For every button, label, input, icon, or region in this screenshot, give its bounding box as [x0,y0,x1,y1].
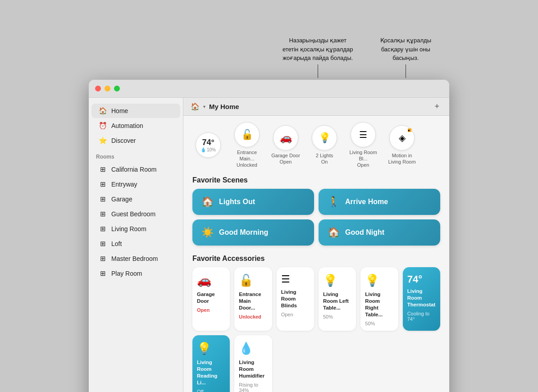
acc-lr-right-table-icon: 💡 [365,273,393,287]
status-temperature[interactable]: 74° 💧 10% [192,132,224,158]
annotation-left-text: Назарыңызды қажет ететін қосалқы құралда… [283,36,353,63]
acc-lr-humidifier-name: Living Room Humidifier [239,359,267,379]
accessories-section-title: Favorite Accessories [183,251,449,265]
motion-icon: ◈ [399,132,406,143]
lights-circle: 💡 [312,125,337,150]
acc-lr-blinds[interactable]: ☰ Living Room Blinds Open [277,267,314,331]
temp-sub: 💧 10% [201,147,216,152]
sidebar-label-discover: Discover [111,137,136,144]
sidebar-label-play-room: Play Room [111,270,142,277]
header-chevron-icon: ▾ [203,104,205,109]
sidebar-label-garage: Garage [111,196,132,203]
acc-lr-humidifier-status: Rising to 34% [239,382,267,392]
sidebar-item-home[interactable]: 🏠 Home [91,104,180,118]
sidebar-item-garage[interactable]: ⊞ Garage [91,192,180,206]
sidebar-item-california-room[interactable]: ⊞ California Room [91,162,180,177]
sidebar-item-loft[interactable]: ⊞ Loft [91,237,180,251]
acc-lr-left-table-status: 50% [323,314,351,319]
acc-entrance-door[interactable]: 🔓 Entrance Main Door... Unlocked [234,267,272,331]
scenes-grid: 🏠 Lights Out 🚶 Arrive Home ☀️ Good Morni… [183,187,449,251]
acc-lr-reading[interactable]: 💡 Living Room Reading Li... Off [192,335,230,392]
acc-lr-reading-icon: 💡 [197,342,225,356]
scene-good-night[interactable]: 🏠 Good Night [319,219,440,246]
temp-value: 74° [202,138,214,147]
accessories-row1: 🚗 Garage Door Open 🔓 Entrance Main Door.… [183,265,449,335]
status-blinds[interactable]: ☰ Living Room Bl... Open [347,122,379,169]
good-night-icon: 🏠 [328,227,340,238]
scene-lights-out[interactable]: 🏠 Lights Out [192,189,314,215]
lights-label: 2 Lights On [316,152,333,165]
home-icon: 🏠 [99,107,107,115]
sidebar: 🏠 Home ⏰ Automation ⭐ Discover Rooms ⊞ C… [89,98,183,392]
sidebar-item-guest-bedroom[interactable]: ⊞ Guest Bedroom [91,207,180,221]
motion-circle: ◈ ● [389,125,415,150]
entrance-label: Entrance Main... Unlocked [231,149,263,169]
sidebar-label-entryway: Entryway [111,181,137,188]
garage-icon: ⊞ [99,195,107,203]
garage-door-circle: 🚗 [273,125,298,150]
acc-garage-door-icon: 🚗 [197,273,225,287]
accessories-row2: 💡 Living Room Reading Li... Off 💧 Living… [183,335,449,392]
header-title: My Home [209,103,239,110]
annotation-left: Назарыңызды қажет ететін қосалқы құралда… [283,36,353,78]
main-content: 🏠 ▾ My Home + 74° 💧 10% [183,98,449,392]
sidebar-item-living-room[interactable]: ⊞ Living Room [91,222,180,236]
sidebar-item-play-room[interactable]: ⊞ Play Room [91,266,180,281]
discover-icon: ⭐ [99,137,107,145]
temp-circle: 74° 💧 10% [196,132,221,158]
status-motion[interactable]: ◈ ● Motion in Living Room [386,125,418,165]
acc-lr-left-table[interactable]: 💡 Living Room Left Table... 50% [319,267,356,331]
acc-lr-blinds-icon: ☰ [281,273,310,285]
acc-lr-thermostat-status: Cooling to 74° [407,311,436,322]
sidebar-label-guest-bedroom: Guest Bedroom [111,210,155,218]
acc-garage-door-name: Garage Door [197,291,225,305]
acc-entrance-door-icon: 🔓 [239,273,267,287]
acc-lr-thermostat[interactable]: 74° Living Room Thermostat Cooling to 74… [403,267,440,331]
titlebar [89,80,449,98]
status-entrance[interactable]: 🔓 Entrance Main... Unlocked [231,122,263,169]
scene-good-morning[interactable]: ☀️ Good Morning [192,219,314,246]
acc-lr-left-table-icon: 💡 [323,273,351,287]
blinds-icon: ☰ [359,129,367,140]
sidebar-label-automation: Automation [111,122,143,129]
arrive-home-label: Arrive Home [345,198,388,206]
status-lights[interactable]: 💡 2 Lights On [309,125,340,165]
header-home-icon: 🏠 [191,102,200,111]
acc-lr-humidifier-icon: 💧 [239,342,267,356]
status-bar: 74° 💧 10% 🔓 Entrance Main... Unlocked [183,116,449,173]
sidebar-item-master-bedroom[interactable]: ⊞ Master Bedroom [91,251,180,266]
sidebar-label-loft: Loft [111,240,122,247]
acc-lr-humidifier[interactable]: 💧 Living Room Humidifier Rising to 34% [234,335,272,392]
sidebar-item-automation[interactable]: ⏰ Automation [91,119,180,133]
good-night-label: Good Night [345,228,384,237]
play-room-icon: ⊞ [99,269,107,278]
sidebar-label-home: Home [111,107,128,114]
acc-garage-door[interactable]: 🚗 Garage Door Open [192,267,230,331]
add-button[interactable]: + [432,101,442,112]
page-wrapper: Назарыңызды қажет ететін қосалқы құралда… [9,36,529,392]
rooms-section-label: Rooms [89,148,183,162]
annotation-right: Қосалқы құралды басқару үшін оны басыңыз… [380,36,431,78]
acc-lr-blinds-status: Open [281,312,310,317]
sidebar-label-california-room: California Room [111,166,156,173]
automation-icon: ⏰ [99,122,107,130]
lights-icon: 💡 [319,132,331,144]
maximize-button[interactable] [114,86,120,91]
minimize-button[interactable] [105,86,110,91]
status-garage-door[interactable]: 🚗 Garage Door Open [270,125,301,165]
annotation-row: Назарыңызды қажет ететін қосалқы құралда… [89,36,449,78]
annotation-left-line [318,64,318,78]
entryway-icon: ⊞ [99,180,107,188]
app-window: 🏠 Home ⏰ Automation ⭐ Discover Rooms ⊞ C… [89,80,449,392]
acc-lr-right-table-name: Living Room Right Table... [365,291,393,318]
sidebar-item-discover[interactable]: ⭐ Discover [91,133,180,148]
sidebar-label-living-room: Living Room [111,225,146,232]
acc-lr-thermostat-name: Living Room Thermostat [407,288,436,308]
lights-out-label: Lights Out [219,198,255,206]
blinds-circle: ☰ [351,122,376,147]
good-morning-icon: ☀️ [201,227,214,238]
close-button[interactable] [95,86,101,91]
acc-lr-right-table[interactable]: 💡 Living Room Right Table... 50% [360,267,398,331]
scene-arrive-home[interactable]: 🚶 Arrive Home [319,189,440,215]
sidebar-item-entryway[interactable]: ⊞ Entryway [91,177,180,191]
